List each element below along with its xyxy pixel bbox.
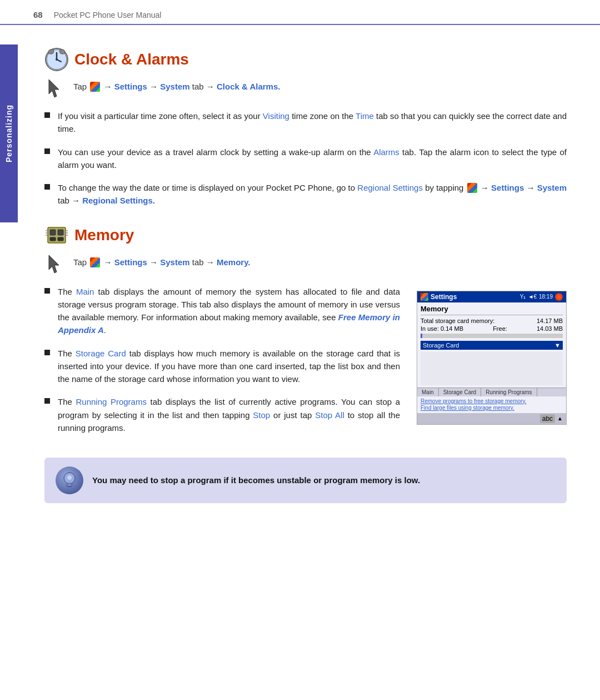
clock-bullet-2-text: You can use your device as a travel alar… bbox=[58, 146, 567, 172]
stop-link: Stop bbox=[253, 410, 270, 420]
svg-rect-8 bbox=[50, 230, 56, 235]
memory-bullets-col: The Main tab displays the amount of memo… bbox=[44, 285, 400, 445]
main-content: Clock & Alarms Tap → Settings → System t… bbox=[0, 25, 600, 525]
clock-alarms-link: Clock & Alarms. bbox=[217, 82, 281, 91]
settings-link-2: Settings bbox=[491, 183, 524, 192]
device-tab-main[interactable]: Main bbox=[417, 388, 439, 396]
memory-instruction: Tap → Settings → System tab → Memory. bbox=[44, 254, 567, 275]
bullet-icon bbox=[44, 112, 50, 118]
clock-bullet-1-text: If you visit a particular time zone ofte… bbox=[58, 110, 567, 136]
tab-text: tab → bbox=[192, 82, 217, 91]
windows-logo-icon bbox=[90, 82, 100, 92]
device-tabs: Main Storage Card Running Programs bbox=[417, 388, 566, 396]
find-large-files-link[interactable]: Find large files using storage memory. bbox=[421, 405, 563, 411]
memory-bullet-1: The Main tab displays the amount of memo… bbox=[44, 285, 400, 337]
total-storage-label: Total storage card memory: bbox=[421, 317, 494, 324]
device-screen: Settings Y₁ ◄€ 18:19 Memory Total storag… bbox=[417, 291, 567, 425]
clock-instruction-text: Tap → Settings → System tab → Clock & Al… bbox=[73, 78, 280, 93]
svg-rect-10 bbox=[50, 237, 56, 241]
windows-logo-icon-2 bbox=[467, 183, 477, 193]
device-footer: Remove programs to free storage memory. … bbox=[417, 396, 566, 413]
device-content: Memory Total storage card memory: 14.17 … bbox=[417, 302, 566, 388]
tap-icon bbox=[44, 78, 69, 100]
arrow2: → bbox=[149, 82, 160, 91]
remove-programs-link[interactable]: Remove programs to free storage memory. bbox=[421, 398, 563, 404]
tab-text-3: tab → bbox=[192, 257, 217, 267]
speaker-icon: ◄€ bbox=[528, 294, 537, 300]
clock-bullet-2: You can use your device as a travel alar… bbox=[44, 146, 567, 172]
free-label: Free: bbox=[493, 325, 507, 332]
device-titlebar: Settings Y₁ ◄€ 18:19 bbox=[417, 291, 566, 302]
tab-text-2: tab → bbox=[58, 196, 82, 205]
device-screenshot-col: Settings Y₁ ◄€ 18:19 Memory Total storag… bbox=[417, 285, 567, 425]
svg-point-4 bbox=[56, 58, 58, 61]
dropdown-value: Storage Card bbox=[423, 342, 459, 349]
memory-bullet-2-text: The Storage Card tab displays how much m… bbox=[58, 347, 400, 386]
memory-bullet-2: The Storage Card tab displays how much m… bbox=[44, 347, 400, 386]
bullet-icon bbox=[44, 148, 50, 154]
memory-instruction-text: Tap → Settings → System tab → Memory. bbox=[73, 254, 251, 269]
bullet-icon bbox=[44, 184, 50, 190]
device-memory-row: In use: 0.14 MB Free: 14.03 MB bbox=[421, 325, 563, 332]
tip-icon bbox=[56, 466, 83, 494]
device-bottom-bar: abc ▲ bbox=[417, 413, 566, 424]
tap-icon-memory bbox=[44, 254, 69, 275]
memory-bullet-3: The Running Programs tab displays the li… bbox=[44, 395, 400, 434]
tip-box: You may need to stop a program if it bec… bbox=[44, 458, 567, 503]
memory-bullet-list: The Main tab displays the amount of memo… bbox=[44, 285, 400, 435]
device-memory-bar bbox=[421, 334, 563, 338]
svg-rect-11 bbox=[58, 237, 63, 241]
arrow1: → bbox=[104, 82, 114, 91]
regional-link: Regional Settings. bbox=[82, 196, 155, 205]
windows-logo-icon-3 bbox=[90, 257, 100, 267]
system-link-3: System bbox=[160, 257, 189, 267]
time-link: Time bbox=[356, 111, 374, 121]
settings-link-3: Settings bbox=[114, 257, 147, 267]
memory-link: Memory. bbox=[217, 257, 251, 267]
running-programs-link: Running Programs bbox=[76, 397, 147, 406]
stop-all-link: Stop All bbox=[315, 410, 344, 420]
tap-label: Tap bbox=[73, 82, 89, 91]
clock-instruction: Tap → Settings → System tab → Clock & Al… bbox=[44, 78, 567, 100]
memory-bullet-3-text: The Running Programs tab displays the li… bbox=[58, 395, 400, 434]
total-storage-value: 14.17 MB bbox=[537, 317, 563, 324]
main-tab-link: Main bbox=[76, 287, 94, 296]
clock-bullet-3-text: To change the way the date or time is di… bbox=[58, 181, 567, 207]
regional-settings-link: Regional Settings bbox=[357, 183, 423, 192]
signal-icon: Y₁ bbox=[520, 294, 526, 300]
memory-icon bbox=[44, 223, 69, 247]
device-title: Settings bbox=[431, 293, 457, 301]
memory-section-heading: Memory bbox=[44, 223, 567, 247]
device-section-label: Memory bbox=[421, 305, 563, 315]
settings-link: Settings bbox=[114, 82, 147, 91]
in-use-label: In use: 0.14 MB bbox=[421, 325, 463, 332]
bullet-icon bbox=[44, 398, 50, 404]
tap-label-2: Tap bbox=[73, 257, 89, 267]
device-storage-row: Total storage card memory: 14.17 MB bbox=[421, 317, 563, 324]
tip-text: You may need to stop a program if it bec… bbox=[92, 474, 420, 487]
keyboard-icon: abc bbox=[540, 414, 555, 423]
page-header: 68 Pocket PC Phone User Manual bbox=[0, 0, 600, 25]
bullet-icon bbox=[44, 350, 50, 355]
sidebar-label: Personalizing bbox=[4, 105, 13, 162]
storage-card-link: Storage Card bbox=[76, 349, 126, 358]
arrow4: → bbox=[149, 257, 160, 267]
clock-bullet-list: If you visit a particular time zone ofte… bbox=[44, 110, 567, 207]
manual-title: Pocket PC Phone User Manual bbox=[54, 11, 162, 19]
device-bar-fill bbox=[421, 334, 422, 338]
visiting-link: Visiting bbox=[263, 111, 289, 121]
device-tab-storage[interactable]: Storage Card bbox=[439, 388, 481, 396]
memory-bullet-1-text: The Main tab displays the amount of memo… bbox=[58, 285, 400, 337]
device-tab-running[interactable]: Running Programs bbox=[481, 388, 537, 396]
clock-section-heading: Clock & Alarms bbox=[44, 47, 567, 72]
sidebar-tab: Personalizing bbox=[0, 44, 18, 222]
memory-two-col: The Main tab displays the amount of memo… bbox=[44, 285, 567, 445]
device-win-logo bbox=[421, 293, 428, 301]
arrow-inline: → bbox=[481, 183, 491, 192]
device-blank-area bbox=[421, 352, 563, 385]
dropdown-arrow-icon: ▼ bbox=[554, 342, 561, 349]
close-icon[interactable]: ▲ bbox=[557, 415, 563, 421]
system-link-2: System bbox=[537, 183, 567, 192]
bullet-icon bbox=[44, 288, 50, 294]
device-dropdown[interactable]: Storage Card ▼ bbox=[421, 341, 563, 350]
